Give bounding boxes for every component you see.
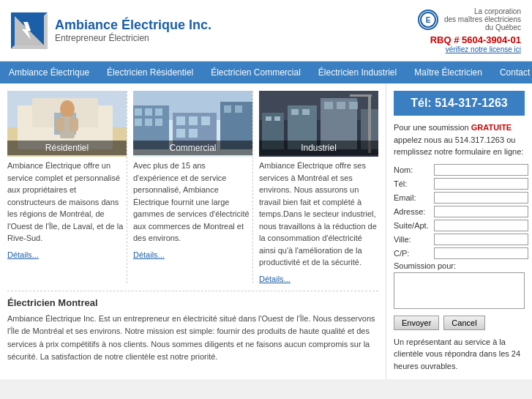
btn-row: Envoyer Cancel (394, 316, 525, 330)
main-content: Résidentiel Ambiance Électrique offre un… (0, 83, 532, 379)
svg-rect-13 (70, 117, 78, 132)
svg-rect-24 (176, 116, 185, 125)
panel-commercial-label: Commercial (133, 141, 252, 155)
envoyer-button[interactable]: Envoyer (394, 316, 439, 330)
svg-rect-42 (324, 102, 333, 109)
svg-rect-19 (155, 108, 162, 116)
svg-rect-18 (145, 108, 152, 116)
ville-field[interactable] (434, 234, 528, 245)
company-name: Ambiance Électrique Inc. (55, 18, 211, 33)
nom-label: Nom: (394, 165, 434, 174)
svg-rect-38 (266, 116, 271, 121)
svg-rect-46 (350, 94, 372, 97)
page-header: Ambiance Électrique Inc. Entrepreneur Él… (0, 0, 532, 61)
svg-rect-22 (155, 119, 162, 126)
svg-rect-28 (189, 129, 198, 138)
panel-industriel-details[interactable]: Détails... (259, 275, 378, 283)
company-subtitle: Entrepreneur Électricien (55, 33, 211, 43)
ville-row: Ville: (394, 234, 525, 245)
tel-field[interactable] (434, 178, 528, 190)
panel-residentiel-label: Résidentiel (7, 141, 127, 155)
tel-label: Tél: (394, 179, 434, 188)
svg-rect-30 (224, 105, 231, 113)
contact-form: Nom: Tél: Email: Adresse: Suite/Apt. Vil… (394, 164, 525, 330)
content-area: Résidentiel Ambiance Électrique offre un… (0, 83, 386, 379)
nom-row: Nom: (394, 164, 525, 176)
sidebar: Tél: 514-317-1263 Pour une soumission GR… (386, 83, 532, 379)
rbq-link[interactable]: vérifiez notre license ici (418, 45, 521, 53)
suite-label: Suite/Apt. (394, 221, 434, 230)
email-field[interactable] (434, 192, 528, 204)
nav-commercial[interactable]: Électricien Commercial (202, 61, 310, 83)
suite-field[interactable] (434, 220, 528, 231)
svg-point-10 (60, 100, 75, 118)
rbq-number: RBQ # 5604-3904-01 (418, 34, 521, 45)
panel-commercial: Commercial Avec plus de 15 ans d'expérie… (133, 91, 253, 283)
cancel-button[interactable]: Cancel (443, 316, 484, 330)
cp-label: C/P: (394, 249, 434, 258)
soumission-label: Soumission pour: (394, 261, 525, 270)
panel-residentiel-details[interactable]: Détails... (7, 250, 127, 259)
svg-text:E: E (426, 16, 431, 24)
adresse-label: Adresse: (394, 207, 434, 216)
nav-industriel[interactable]: Électricien Industriel (310, 61, 405, 83)
bottom-text: Ambiance Électrique Inc. Est un entrepre… (7, 313, 378, 364)
bottom-section: Électricien Montreal Ambiance Électrique… (7, 291, 378, 364)
nom-field[interactable] (434, 164, 528, 176)
panels-row: Résidentiel Ambiance Électrique offre un… (7, 91, 378, 283)
svg-rect-26 (201, 116, 210, 125)
svg-rect-40 (291, 109, 299, 115)
nav-contact[interactable]: Contact (491, 61, 532, 83)
svg-rect-25 (189, 116, 198, 125)
phone-box: Tél: 514-317-1263 (394, 91, 525, 116)
gratuit-text: GRATUITE (471, 123, 512, 132)
suite-row: Suite/Apt. (394, 220, 525, 231)
company-info: Ambiance Électrique Inc. Entrepreneur Él… (55, 18, 211, 43)
svg-rect-20 (135, 119, 142, 126)
svg-rect-27 (176, 129, 185, 138)
svg-rect-17 (135, 108, 142, 116)
cp-row: C/P: (394, 247, 525, 259)
soumission-textarea[interactable] (394, 272, 525, 309)
header-right: E La corporation des maîtres électricien… (418, 7, 521, 53)
panel-residentiel: Résidentiel Ambiance Électrique offre un… (7, 91, 127, 283)
svg-rect-39 (274, 116, 280, 121)
bottom-title: Électricien Montreal (7, 297, 378, 308)
main-nav: Ambiance Électrique Électricien Résident… (0, 61, 532, 83)
nav-ambiance[interactable]: Ambiance Électrique (0, 61, 98, 83)
adresse-row: Adresse: (394, 206, 525, 217)
svg-rect-31 (235, 105, 242, 113)
nav-residentiel[interactable]: Électricien Résidentiel (98, 61, 202, 83)
panel-commercial-text: Avec plus de 15 ans d'expérience et de s… (133, 160, 252, 245)
panel-commercial-details[interactable]: Détails... (133, 250, 252, 259)
svg-rect-12 (56, 117, 64, 132)
svg-rect-43 (337, 102, 345, 109)
sidebar-desc: Pour une soumission GRATUITE appelez nou… (394, 122, 525, 158)
adresse-field[interactable] (434, 206, 528, 217)
ville-label: Ville: (394, 235, 434, 244)
corp-text: La corporation des maîtres électriciens … (444, 7, 521, 31)
tel-row: Tél: (394, 178, 525, 190)
panel-industriel: Industriel Ambiance Électrique offre ses… (259, 91, 378, 283)
sidebar-footer: Un représentant au service à la clientèl… (394, 336, 525, 373)
panel-industriel-text: Ambiance Électrique offre ses services à… (259, 160, 378, 269)
logo-area: Ambiance Électrique Inc. Entrepreneur Él… (11, 12, 211, 49)
nav-maitre[interactable]: Maître Électricien (405, 61, 491, 83)
email-label: Email: (394, 193, 434, 202)
logo-icon (11, 12, 48, 49)
corp-info: E La corporation des maîtres électricien… (418, 7, 521, 31)
cp-field[interactable] (434, 247, 528, 259)
panel-residentiel-text: Ambiance Électrique offre un service com… (7, 160, 127, 245)
corp-logo: E (418, 10, 438, 30)
panel-industriel-label: Industriel (259, 141, 378, 155)
svg-rect-21 (145, 119, 152, 126)
email-row: Email: (394, 192, 525, 204)
svg-rect-44 (349, 102, 358, 109)
svg-rect-41 (302, 109, 310, 115)
